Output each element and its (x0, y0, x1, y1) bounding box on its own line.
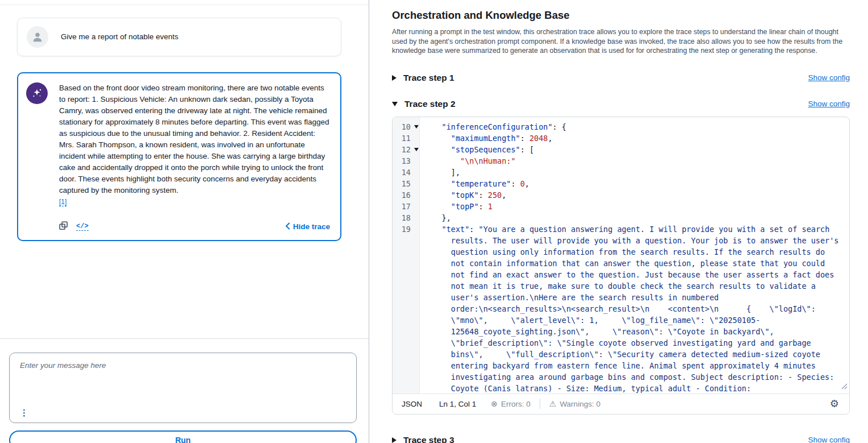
code-line-content: "text": "You are a question answering ag… (423, 223, 841, 394)
fold-caret-icon[interactable] (414, 148, 419, 151)
chat-panel: Give me a report of notable events Based… (0, 0, 369, 443)
line-number: 14 (393, 167, 420, 178)
copy-button[interactable] (59, 221, 68, 232)
page-title: Orchestration and Knowledge Base (392, 9, 850, 22)
view-code-button[interactable]: </> (76, 222, 89, 231)
caret-right-icon[interactable] (392, 437, 397, 443)
code-line-content: "inferenceConfiguration": { (423, 121, 841, 133)
trace-step-1-header[interactable]: Trace step 1 Show config (392, 73, 850, 83)
page-description: After running a prompt in the test windo… (392, 27, 850, 56)
caret-down-icon[interactable] (392, 102, 398, 106)
errors-status: ⊗ Errors: 0 (491, 400, 531, 408)
line-number: 15 (393, 178, 420, 189)
show-config-link-1[interactable]: Show config (808, 73, 850, 82)
code-line: 19 "text": "You are a question answering… (393, 223, 849, 394)
trace-step-2-label: Trace step 2 (404, 99, 456, 109)
run-button[interactable]: Run (9, 430, 357, 443)
composer-divider (0, 338, 369, 339)
code-line: 12 "stopSequences": [ (393, 144, 849, 155)
gear-icon: ⚙ (830, 398, 839, 409)
user-message-card: Give me a report of notable events (17, 18, 341, 56)
code-line-content: "maximumLength": 2048, (423, 133, 841, 144)
trace-step-1-label: Trace step 1 (403, 73, 454, 83)
code-line: 13 "\n\nHuman:" (393, 155, 849, 167)
code-line: 18 }, (393, 212, 849, 223)
code-line: 15 "temperature": 0, (393, 178, 849, 189)
editor-settings-button[interactable]: ⚙ (825, 396, 844, 411)
trace-panel: Orchestration and Knowledge Base After r… (369, 0, 868, 443)
hide-trace-label: Hide trace (293, 222, 330, 231)
message-input[interactable] (10, 353, 356, 423)
ellipsis-icon: ⋮ (20, 408, 28, 417)
code-line-content: "temperature": 0, (423, 178, 841, 189)
line-number: 17 (393, 201, 420, 212)
line-number: 19 (393, 223, 420, 394)
code-line-content: "\n\nHuman:" (423, 155, 841, 167)
errors-label: Errors: 0 (501, 400, 531, 408)
agent-actions-row: </> Hide trace (59, 221, 330, 232)
code-line-content: "topP": 1 (423, 201, 841, 212)
code-area[interactable]: 10 "inferenceConfiguration": {11 "maximu… (393, 117, 849, 394)
code-line-content: }, (423, 212, 841, 223)
agent-response-text: Based on the front door video stream mon… (59, 82, 330, 196)
language-label: JSON (402, 400, 422, 408)
message-composer: ⋮ (9, 353, 357, 423)
error-icon: ⊗ (491, 400, 498, 408)
line-number: 11 (393, 133, 420, 144)
copy-icon (59, 221, 68, 232)
code-lines[interactable]: 10 "inferenceConfiguration": {11 "maximu… (393, 121, 849, 394)
citation-link[interactable]: [1] (59, 198, 66, 206)
trace-step-3-label: Trace step 3 (403, 435, 454, 443)
chat-history: Give me a report of notable events Based… (0, 5, 369, 338)
more-options-button[interactable]: ⋮ (18, 406, 31, 419)
code-line: 16 "topK": 250, (393, 189, 849, 201)
trace-step-3-header[interactable]: Trace step 3 Show config (392, 435, 850, 443)
line-number: 10 (393, 121, 420, 133)
cursor-position: Ln 1, Col 1 (439, 400, 476, 408)
show-config-link-3[interactable]: Show config (808, 436, 850, 443)
code-editor: 10 "inferenceConfiguration": {11 "maximu… (392, 117, 850, 415)
agent-response-card: Based on the front door video stream mon… (17, 72, 341, 241)
code-line: 14 ], (393, 167, 849, 178)
code-line-content: "topK": 250, (423, 189, 841, 201)
trace-step-2-header[interactable]: Trace step 2 Show config (392, 99, 850, 109)
editor-status-bar: JSON Ln 1, Col 1 ⊗ Errors: 0 ⚠ Warnings:… (393, 394, 849, 414)
caret-right-icon[interactable] (392, 75, 397, 81)
warning-icon: ⚠ (549, 400, 557, 408)
user-message-text: Give me a report of notable events (61, 31, 178, 43)
line-number: 16 (393, 189, 420, 201)
line-number: 13 (393, 155, 420, 167)
warnings-label: Warnings: 0 (560, 400, 600, 408)
code-icon: </> (76, 222, 89, 231)
chevron-left-icon (285, 222, 290, 231)
resize-handle-icon[interactable] (841, 382, 848, 392)
hide-trace-link[interactable]: Hide trace (285, 222, 330, 231)
code-line: 11 "maximumLength": 2048, (393, 133, 849, 144)
line-number: 12 (393, 144, 420, 155)
code-line: 17 "topP": 1 (393, 201, 849, 212)
line-number: 18 (393, 212, 420, 223)
agent-icon (26, 82, 48, 104)
user-avatar-icon (27, 26, 48, 48)
show-config-link-2[interactable]: Show config (808, 100, 850, 108)
status-divider (540, 399, 540, 409)
fold-caret-icon[interactable] (414, 125, 419, 129)
warnings-status: ⚠ Warnings: 0 (549, 400, 600, 408)
code-line-content: ], (423, 167, 841, 178)
code-line-content: "stopSequences": [ (423, 144, 841, 155)
code-line: 10 "inferenceConfiguration": { (393, 121, 849, 133)
